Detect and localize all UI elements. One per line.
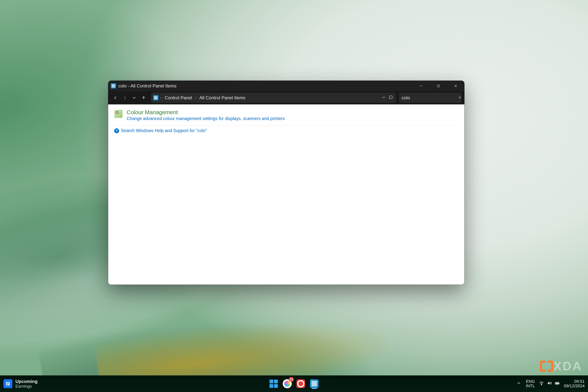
widget-line1: Upcoming (16, 379, 38, 384)
chevron-right-icon[interactable]: › (194, 96, 198, 100)
svg-rect-1 (438, 85, 440, 87)
svg-point-10 (541, 384, 542, 385)
clear-search-button[interactable] (458, 96, 462, 100)
navigation-bar: › Control Panel › All Control Panel Item… (108, 91, 464, 104)
start-button[interactable] (268, 378, 280, 390)
close-button[interactable] (447, 81, 464, 91)
language-indicator[interactable]: ENG INTL (526, 379, 535, 388)
help-icon: ? (114, 128, 119, 133)
address-bar-icon (153, 95, 158, 100)
widgets-icon (4, 379, 12, 388)
result-subtitle[interactable]: Change advanced colour management settin… (127, 116, 285, 121)
control-panel-taskbar-icon (310, 379, 319, 388)
search-result-colour-management[interactable]: Colour Management Change advanced colour… (113, 108, 460, 124)
help-link-label: Search Windows Help and Support for "col… (121, 128, 207, 133)
windows-logo-icon (270, 380, 278, 388)
widget-line2: Earnings (16, 384, 38, 388)
chevron-right-icon[interactable]: › (159, 96, 163, 100)
back-button[interactable] (111, 94, 120, 102)
breadcrumb-control-panel[interactable]: Control Panel (164, 94, 193, 101)
xda-watermark: XDA (540, 359, 582, 373)
wifi-icon[interactable] (539, 381, 544, 387)
title-bar[interactable]: colo - All Control Panel Items (108, 81, 464, 91)
content-area: Colour Management Change advanced colour… (108, 104, 464, 284)
taskbar: Upcoming Earnings 11 ENG INTL (0, 376, 588, 392)
svg-rect-12 (556, 383, 558, 384)
control-panel-window: colo - All Control Panel Items (108, 81, 464, 284)
vivaldi-icon (296, 379, 305, 388)
colour-management-icon (114, 110, 122, 118)
search-box[interactable] (399, 93, 461, 103)
search-help-link[interactable]: ? Search Windows Help and Support for "c… (113, 128, 460, 133)
address-bar[interactable]: › Control Panel › All Control Panel Item… (151, 93, 396, 103)
svg-rect-7 (7, 382, 9, 383)
search-input[interactable] (402, 95, 458, 100)
minimize-button[interactable] (412, 81, 430, 91)
recent-locations-button[interactable] (130, 94, 138, 102)
svg-rect-9 (7, 384, 8, 385)
tray-overflow-button[interactable] (516, 381, 522, 387)
taskbar-control-panel[interactable] (308, 378, 320, 390)
control-panel-icon (111, 83, 116, 88)
taskbar-vivaldi[interactable] (295, 378, 307, 390)
copilot-badge: 11 (289, 377, 294, 382)
maximize-button[interactable] (430, 81, 447, 91)
window-title: colo - All Control Panel Items (118, 83, 176, 88)
clock-time: 09:51 (574, 379, 584, 384)
divider (113, 125, 460, 126)
taskbar-copilot[interactable]: 11 (281, 378, 293, 390)
battery-icon[interactable] (555, 381, 560, 387)
result-title[interactable]: Colour Management (127, 109, 285, 116)
up-button[interactable] (140, 94, 148, 102)
breadcrumb-all-items[interactable]: All Control Panel Items (198, 94, 246, 101)
address-dropdown-button[interactable] (382, 95, 386, 100)
svg-rect-13 (559, 383, 560, 384)
refresh-button[interactable] (389, 95, 393, 100)
taskbar-widgets[interactable]: Upcoming Earnings (4, 379, 38, 389)
forward-button[interactable] (120, 94, 129, 102)
volume-icon[interactable] (547, 381, 552, 387)
svg-rect-8 (7, 384, 9, 384)
clock-date: 09/12/2024 (564, 384, 584, 388)
clock[interactable]: 09:51 09/12/2024 (564, 379, 584, 388)
